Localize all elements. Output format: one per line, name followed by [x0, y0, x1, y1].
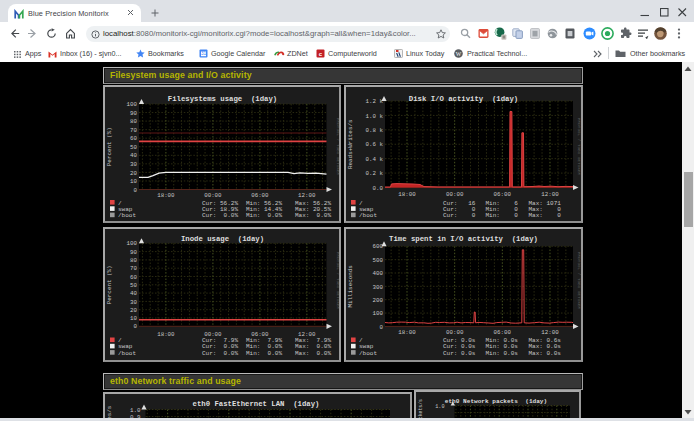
svg-text:Cur: 0.0%: Cur: 0.0%: [202, 350, 238, 357]
svg-text:600: 600: [373, 243, 384, 250]
svg-text:00:00: 00:00: [446, 191, 464, 198]
svg-text:06:00: 06:00: [494, 191, 512, 198]
svg-text:30: 30: [130, 299, 137, 306]
svg-text:0: 0: [134, 187, 138, 194]
svg-text:W: W: [456, 51, 462, 57]
svg-text:50: 50: [130, 144, 137, 151]
svg-text:0: 0: [134, 323, 138, 330]
svg-text:0.0: 0.0: [373, 185, 384, 192]
svg-text:30: 30: [130, 161, 137, 168]
svg-text:80: 80: [130, 118, 137, 125]
svg-text:40: 40: [130, 290, 137, 297]
svg-text:80: 80: [130, 257, 137, 264]
svg-text:Time spent in I/O activity (1: Time spent in I/O activity (1day): [389, 235, 538, 243]
svg-text:18:00: 18:00: [398, 329, 416, 336]
svg-text:Max: 0.0s: Max: 0.0s: [529, 350, 562, 357]
svg-text:1.2 k: 1.2 k: [366, 98, 384, 105]
svg-text:eth0 Network packets (1day): eth0 Network packets (1day): [445, 398, 547, 405]
svg-text:Cur: 0: Cur: 0: [443, 212, 476, 219]
svg-text:100: 100: [127, 101, 138, 108]
svg-text:/boot: /boot: [118, 212, 136, 219]
svg-text:Inode usage (1day): Inode usage (1day): [181, 235, 264, 243]
svg-text:Cur: 0.0%: Cur: 0.0%: [202, 212, 238, 219]
svg-text:60: 60: [130, 274, 137, 281]
svg-text:70: 70: [130, 265, 137, 272]
svg-text:31: 31: [201, 51, 207, 56]
svg-text:Min: 0: Min: 0: [486, 212, 519, 219]
svg-text:Packets/s: Packets/s: [418, 399, 423, 418]
svg-text:RRDTOOL / TOBI OETIKER: RRDTOOL / TOBI OETIKER: [336, 118, 340, 176]
svg-text:eth0 FastEthernet LAN (1day): eth0 FastEthernet LAN (1day): [193, 400, 320, 408]
svg-text:Min: 0.0s: Min: 0.0s: [486, 350, 519, 357]
svg-text:400: 400: [373, 270, 384, 277]
svg-text:Disk I/O activity (1day): Disk I/O activity (1day): [409, 95, 518, 103]
svg-text:Cur: 0.0s: Cur: 0.0s: [443, 350, 476, 357]
svg-text:500: 500: [373, 257, 384, 264]
svg-text:12:00: 12:00: [541, 329, 559, 336]
svg-text:12:00: 12:00: [298, 192, 316, 199]
svg-text:18:00: 18:00: [398, 191, 416, 198]
svg-text:Filesystems usage (1day): Filesystems usage (1day): [168, 95, 277, 103]
svg-text:20: 20: [130, 170, 137, 177]
svg-text:60: 60: [130, 135, 137, 142]
svg-text:bytes/s: bytes/s: [106, 405, 113, 418]
svg-text:Min: 0.0%: Min: 0.0%: [246, 212, 282, 219]
svg-text:10: 10: [130, 315, 137, 322]
svg-text:Max: 0.0%: Max: 0.0%: [295, 350, 331, 357]
svg-text:1.0: 1.0: [435, 404, 444, 410]
svg-text:06:00: 06:00: [251, 192, 269, 199]
svg-text:300: 300: [373, 284, 384, 291]
svg-text:0.2 k: 0.2 k: [366, 170, 384, 177]
svg-text:RRDTOOL / TOBI OETIKER: RRDTOOL / TOBI OETIKER: [577, 118, 581, 176]
svg-text:Percent (%): Percent (%): [106, 127, 113, 166]
svg-text:/boot: /boot: [359, 212, 377, 219]
svg-text:90: 90: [130, 249, 137, 256]
svg-text:200: 200: [373, 297, 384, 304]
svg-text:12:00: 12:00: [541, 191, 559, 198]
svg-text:40: 40: [130, 152, 137, 159]
svg-text:18:00: 18:00: [157, 331, 175, 338]
svg-text:Max: 0.0%: Max: 0.0%: [295, 212, 331, 219]
svg-text:0.4 k: 0.4 k: [366, 156, 384, 163]
svg-text:0: 0: [380, 324, 384, 331]
svg-text:00:00: 00:00: [204, 192, 222, 199]
svg-text:100: 100: [373, 310, 384, 317]
svg-text:1.0 k: 1.0 k: [366, 113, 384, 120]
svg-text:10: 10: [130, 178, 137, 185]
svg-text:RRDTOOL / TOBI OETIKER: RRDTOOL / TOBI OETIKER: [336, 252, 340, 310]
svg-text:Milliseconds: Milliseconds: [347, 265, 354, 308]
svg-text:00:00: 00:00: [446, 329, 464, 336]
svg-text:/boot: /boot: [118, 350, 136, 357]
svg-text:20: 20: [130, 307, 137, 314]
svg-text:06:00: 06:00: [494, 329, 512, 336]
svg-text:18:00: 18:00: [157, 192, 175, 199]
svg-text:Reads+Writes/s: Reads+Writes/s: [347, 119, 354, 169]
svg-text:/boot: /boot: [359, 350, 377, 357]
svg-text:Percent (%): Percent (%): [106, 265, 113, 304]
svg-text:0.6 k: 0.6 k: [366, 141, 384, 148]
svg-text:70: 70: [130, 127, 137, 134]
svg-text:0.8 k: 0.8 k: [366, 127, 384, 134]
svg-text:RRDTOOL / TOBI OETIKER: RRDTOOL / TOBI OETIKER: [577, 252, 581, 310]
svg-text:50: 50: [130, 282, 137, 289]
svg-text:90: 90: [130, 110, 137, 117]
svg-text:Max: 0: Max: 0: [529, 212, 562, 219]
svg-text:1.0: 1.0: [130, 407, 141, 414]
svg-text:Min: 0.0%: Min: 0.0%: [246, 350, 282, 357]
svg-text:100: 100: [127, 240, 138, 247]
